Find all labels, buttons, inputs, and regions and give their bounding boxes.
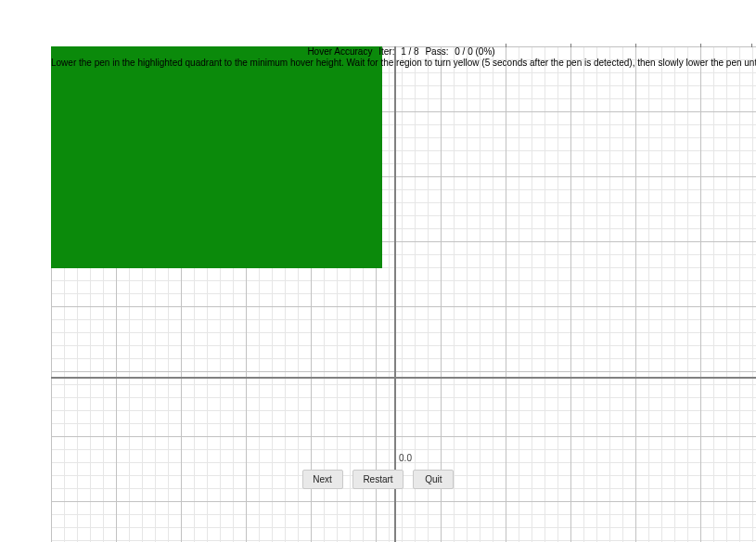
- highlighted-quadrant[interactable]: [51, 46, 382, 268]
- center-value: 0.0: [391, 453, 419, 463]
- button-bar: Next Restart Quit: [0, 470, 756, 489]
- restart-button[interactable]: Restart: [352, 470, 403, 489]
- test-title: Hover Accuracy: [307, 46, 372, 57]
- instructions-text: Lower the pen in the highlighted quadran…: [51, 58, 751, 69]
- axis-vertical: [394, 46, 396, 542]
- pass-label: Pass:: [425, 46, 448, 57]
- iter-value: 1 / 8: [401, 46, 418, 57]
- test-canvas[interactable]: [51, 46, 756, 542]
- pass-value: 0 / 0 (0%): [455, 46, 494, 57]
- title-line: Hover Accuracy Iter: 1 / 8 Pass: 0 / 0 (…: [51, 46, 751, 58]
- axis-horizontal: [51, 377, 756, 379]
- next-button[interactable]: Next: [302, 470, 343, 489]
- quit-button[interactable]: Quit: [413, 470, 454, 489]
- iter-label: Iter:: [378, 46, 394, 57]
- header: Hover Accuracy Iter: 1 / 8 Pass: 0 / 0 (…: [51, 46, 751, 69]
